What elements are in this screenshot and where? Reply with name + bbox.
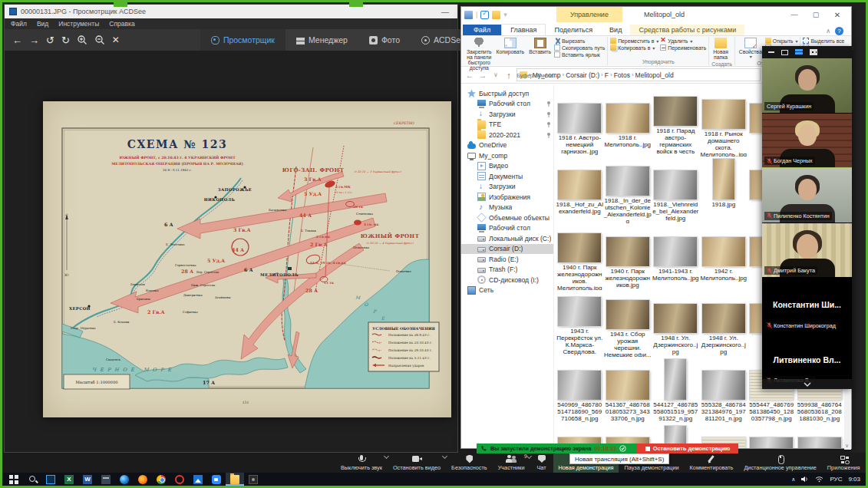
acdsee-viewer-area[interactable]: УСЛОВНЫЕ ОБОЗНАЧЕНИЯ Положение на 26.9.4… — [5, 51, 457, 452]
zoom-in-icon[interactable] — [77, 35, 87, 45]
breadcrumb-item[interactable]: Fotos — [614, 71, 630, 79]
participant-tile[interactable]: Дмитрий Бакута — [762, 223, 852, 279]
file-item[interactable]: 555328_486784321384976_197811201_n.jpg — [700, 357, 748, 424]
taskbar-photos-icon[interactable] — [189, 473, 207, 486]
rename-button[interactable]: Переименовать — [660, 45, 706, 51]
rotate-right-icon[interactable]: ↻ — [61, 35, 70, 46]
call-button[interactable]: Дистанционное управление — [738, 453, 821, 473]
properties-button[interactable]: Свойства▾ — [738, 37, 764, 60]
file-item[interactable] — [748, 424, 796, 448]
speaker-view-icon[interactable] — [781, 50, 788, 55]
file-item[interactable]: 1918 г. Австро-немецкий гарнизон..jpg — [556, 90, 604, 157]
maximize-button[interactable]: ▢ — [805, 7, 827, 22]
collapse-participants-button[interactable] — [762, 379, 852, 389]
file-item[interactable]: 1918._In_der_deutschen_Kolonie_Alexander… — [604, 157, 652, 223]
taskbar-firefox-icon[interactable] — [134, 473, 152, 486]
file-item[interactable]: 1940 г. Парк железнодорожников.jpg — [604, 223, 652, 290]
nav-item[interactable]: Видео — [461, 161, 553, 172]
nav-item[interactable]: 2020-2021 — [461, 130, 553, 140]
call-button[interactable]: Приложения — [822, 453, 866, 473]
call-button[interactable]: Дополнительно — [866, 453, 868, 473]
taskbar-search-icon[interactable] — [23, 473, 41, 486]
menu-help[interactable]: Справка — [109, 20, 134, 28]
participant-tile[interactable]: Сергей Курашкин — [762, 58, 852, 114]
file-item[interactable]: 1918 г. Парад австро-германских войск в … — [652, 90, 700, 157]
file-item[interactable]: 1918 г. Мелитополь..jpg — [604, 90, 652, 157]
file-item[interactable]: 1943 г. Сбор урожая черешни. Немецкие оф… — [604, 290, 652, 357]
file-item[interactable]: 1942 г. Мелитополь..jpg — [700, 223, 748, 290]
nav-item[interactable]: Локальный диск (C:) — [461, 233, 553, 244]
acdsee-minimize-button[interactable]: — — [437, 8, 453, 16]
file-item[interactable]: 1918 г. Рынок домашнего скота. Мелитопол… — [700, 90, 748, 157]
nav-item[interactable]: Изображения — [461, 192, 553, 203]
forward-icon[interactable]: → — [29, 35, 39, 46]
clock[interactable]: 9:03 — [848, 476, 860, 483]
copy-to-button[interactable]: Копировать в▾ — [610, 45, 658, 51]
close-button[interactable]: ✕ — [827, 7, 848, 22]
call-button[interactable]: Участники 9 — [493, 453, 530, 473]
nav-item[interactable]: Trash (F:) — [461, 265, 553, 275]
open-button[interactable]: Открыть▾ — [765, 38, 798, 44]
file-item[interactable]: 541367_486768018053273_34333706_n.jpg — [604, 357, 652, 424]
call-button[interactable]: Безопасность — [446, 453, 493, 473]
taskbar-camera-icon[interactable] — [244, 473, 262, 486]
file-item[interactable]: 1940 г. Парк железнодорожников. Мелитопо… — [556, 223, 604, 290]
nav-item[interactable]: Загрузки — [461, 182, 553, 193]
file-item[interactable]: 1943 г. Перекрёсток ул. К.Маркса-Свердло… — [556, 290, 604, 357]
back-icon[interactable]: ← — [12, 35, 22, 46]
wifi-icon[interactable] — [815, 476, 823, 483]
taskbar-calculator-icon[interactable] — [97, 473, 115, 486]
strip-view-icon[interactable] — [795, 49, 803, 55]
cut-button[interactable]: Вырезать — [554, 38, 605, 44]
call-button[interactable]: Остановить видео — [388, 453, 446, 473]
minimize-button[interactable]: — — [784, 7, 805, 22]
participant-tile[interactable]: Константин Ши... Константин Широкоград — [762, 278, 852, 333]
file-item[interactable]: 1918._Hof_zu_Alexanderfeld.jpg — [556, 157, 604, 223]
nav-item[interactable]: Быстрый доступ — [461, 88, 553, 99]
taskbar-zoom-icon[interactable] — [207, 473, 226, 486]
nav-item[interactable]: Рабочий стол — [461, 223, 553, 234]
taskbar-explorer-icon[interactable] — [226, 473, 244, 486]
ribbon-tab[interactable]: Вид — [601, 25, 630, 35]
file-item[interactable]: 1948 г. Ул. Дзержинского..jpg — [652, 290, 700, 357]
taskbar-app-blue-icon[interactable] — [41, 473, 60, 486]
pin-to-quick-access-button[interactable]: Закрепить на панели быстрого доступа — [465, 37, 493, 72]
file-item[interactable]: 540969_486780514718690_569710658_n.jpg — [556, 357, 604, 424]
call-button[interactable]: Выключить звук — [335, 453, 388, 473]
zoom-out-icon[interactable] — [94, 35, 105, 45]
stop-share-button[interactable]: Остановить демонстрацию — [637, 443, 738, 453]
participant-tile[interactable]: Пилипенко Костянтин — [762, 168, 852, 223]
explorer-titlebar[interactable]: | ▾ Управление Melitopol_old — ▢ ✕ — [461, 7, 851, 22]
move-to-button[interactable]: Переместить в▾ — [610, 38, 658, 44]
qat-chevron-icon[interactable]: ▾ — [503, 11, 507, 18]
menu-file[interactable]: Файл — [11, 20, 27, 28]
help-icon[interactable]: ? — [835, 27, 843, 35]
taskbar-excel-icon[interactable]: X — [60, 473, 78, 486]
taskbar-edge-icon[interactable] — [115, 473, 134, 486]
nav-item[interactable]: Corsair (D:) — [461, 244, 553, 255]
qat-folder-icon[interactable] — [492, 11, 500, 19]
nav-item[interactable]: Сеть — [461, 285, 553, 296]
call-button[interactable]: Чат — [530, 453, 553, 473]
nav-item[interactable]: Загрузки — [461, 109, 553, 120]
ribbon-tab[interactable]: Поделиться — [546, 25, 601, 35]
nav-item[interactable]: My_comp — [461, 150, 553, 161]
ribbon-tab[interactable]: Файл — [463, 25, 501, 35]
nav-item[interactable]: Объемные объекты — [461, 213, 553, 223]
minimize-panel-icon[interactable] — [768, 51, 774, 53]
copy-path-button[interactable]: Скопировать путь — [554, 45, 605, 51]
breadcrumb-item[interactable]: F — [605, 71, 609, 79]
qat-check-icon[interactable] — [480, 11, 489, 19]
collapse-ribbon-icon[interactable]: ∧ — [826, 28, 830, 35]
nav-item[interactable]: TFE — [461, 120, 553, 130]
hidden-icons-chevron[interactable]: ∧ — [791, 476, 795, 483]
taskbar-word-icon[interactable]: W — [78, 473, 97, 486]
nav-item[interactable]: OneDrive — [461, 140, 553, 151]
new-folder-button[interactable]: Новаяпапка — [711, 37, 730, 61]
nav-item[interactable]: Radio (E:) — [461, 254, 553, 265]
call-button[interactable]: Комментировать — [685, 453, 739, 473]
delete-button[interactable]: Удалить▾ — [660, 38, 706, 44]
acdsee-mode-tab[interactable]: Менеджер — [285, 29, 358, 51]
menu-tools[interactable]: Инструменты — [58, 20, 99, 28]
gallery-view-icon[interactable] — [810, 49, 817, 55]
